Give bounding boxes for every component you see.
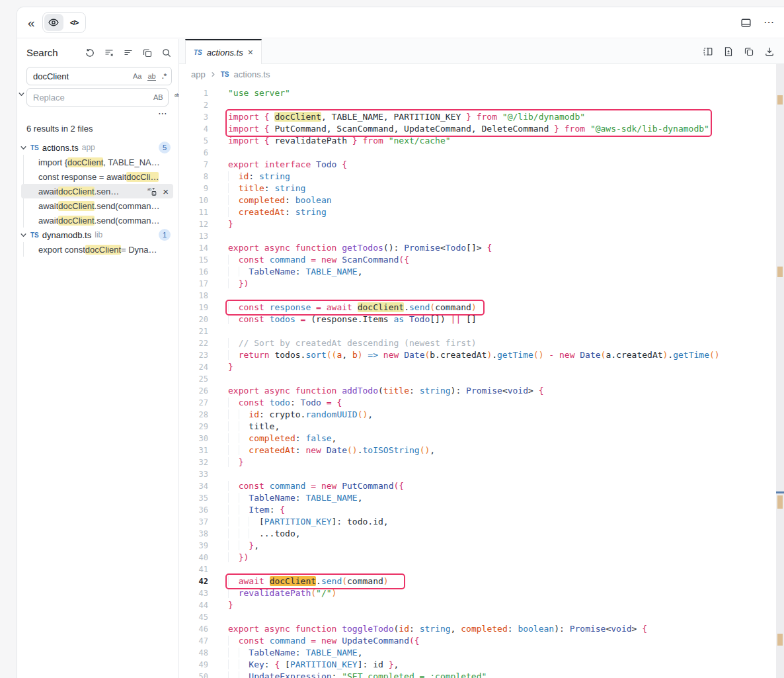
clear-results-icon[interactable] bbox=[104, 48, 114, 58]
toggle-replace-chevron-icon[interactable] bbox=[18, 91, 25, 98]
breadcrumb-dir[interactable]: app bbox=[191, 69, 206, 79]
search-match-row[interactable]: import { docClient, TABLE_NA… bbox=[24, 155, 172, 169]
code-line[interactable]: 42 await docClient.send(command) bbox=[179, 575, 776, 587]
code-line[interactable]: 12} bbox=[179, 218, 776, 230]
tab-close-icon[interactable]: × bbox=[248, 48, 253, 57]
search-input[interactable] bbox=[33, 71, 129, 81]
line-content: const command = new PutCommand({ bbox=[228, 480, 404, 492]
code-line[interactable]: 24} bbox=[179, 361, 776, 373]
search-match-row[interactable]: await docClient.sen…abc× bbox=[21, 184, 173, 198]
code-line[interactable]: 9 title: string bbox=[179, 183, 776, 194]
match-case-icon[interactable]: Aa bbox=[133, 72, 141, 80]
code-line[interactable]: 7export interface Todo { bbox=[179, 159, 776, 171]
code-line[interactable]: 41 bbox=[179, 564, 776, 575]
code-line[interactable]: 29 title, bbox=[179, 421, 776, 433]
code-line[interactable]: 38 ...todo, bbox=[179, 528, 776, 540]
search-match-row[interactable]: await docClient.send(comman… bbox=[24, 198, 172, 213]
code-line[interactable]: 32 } bbox=[179, 456, 776, 468]
code-line[interactable]: 26export async function addTodo(title: s… bbox=[179, 385, 776, 397]
code-editor[interactable]: 1"use server"23import { docClient, TABLE… bbox=[179, 84, 776, 678]
open-in-editor-icon[interactable] bbox=[142, 48, 153, 58]
code-line[interactable]: 13 bbox=[179, 230, 776, 242]
code-line[interactable]: 25 bbox=[179, 373, 776, 385]
code-line[interactable]: 40 }) bbox=[179, 552, 776, 564]
file-diff-icon[interactable] bbox=[723, 46, 734, 57]
code-line[interactable]: 21 bbox=[179, 325, 776, 337]
code-line[interactable]: 27 const todo: Todo = { bbox=[179, 397, 776, 409]
code-line[interactable]: 20 const todos = (response.Items as Todo… bbox=[179, 314, 776, 325]
code-line[interactable]: 3import { docClient, TABLE_NAME, PARTITI… bbox=[179, 111, 776, 123]
code-line[interactable]: 8 id: string bbox=[179, 171, 776, 183]
code-line[interactable]: 35 TableName: TABLE_NAME, bbox=[179, 492, 776, 504]
code-line[interactable]: 6 bbox=[179, 147, 776, 159]
preview-toggle-button[interactable] bbox=[44, 14, 63, 31]
preserve-case-icon[interactable]: AB bbox=[153, 93, 163, 101]
code-line[interactable]: 19 const response = await docClient.send… bbox=[179, 302, 776, 314]
search-file-row[interactable]: TSactions.tsapp5 bbox=[20, 140, 172, 155]
code-line[interactable]: 37 [PARTITION_KEY]: todo.id, bbox=[179, 516, 776, 528]
code-line[interactable]: 45 bbox=[179, 611, 776, 623]
copy-icon[interactable] bbox=[744, 46, 754, 57]
line-number: 25 bbox=[179, 373, 208, 385]
code-line[interactable]: 1"use server" bbox=[179, 87, 776, 99]
code-line[interactable]: 31 createdAt: new Date().toISOString(), bbox=[179, 445, 776, 456]
scrollbar-overview-ruler[interactable] bbox=[776, 64, 784, 678]
search-file-row[interactable]: TSdynamodb.tslib1 bbox=[20, 228, 172, 242]
code-line[interactable]: 30 completed: false, bbox=[179, 433, 776, 445]
code-line[interactable]: 49 Key: { [PARTITION_KEY]: id }, bbox=[179, 659, 776, 671]
refresh-icon[interactable] bbox=[85, 48, 95, 58]
download-icon[interactable] bbox=[764, 46, 775, 57]
code-line[interactable]: 2 bbox=[179, 99, 776, 111]
regex-icon[interactable]: .* bbox=[162, 72, 167, 80]
collapse-panel-icon[interactable]: « bbox=[26, 15, 36, 30]
code-toggle-button[interactable]: </> bbox=[65, 14, 84, 31]
code-line[interactable]: 47 const command = new UpdateCommand({ bbox=[179, 635, 776, 647]
search-match-row[interactable]: await docClient.send(comman… bbox=[24, 213, 172, 228]
replace-match-icon[interactable]: abc bbox=[147, 187, 157, 196]
code-line[interactable]: 34 const command = new PutCommand({ bbox=[179, 480, 776, 492]
code-line[interactable]: 28 id: crypto.randomUUID(), bbox=[179, 409, 776, 421]
code-line[interactable]: 43 revalidatePath("/") bbox=[179, 587, 776, 599]
code-line[interactable]: 50 UpdateExpression: "SET completed = :c… bbox=[179, 671, 776, 678]
replace-input[interactable] bbox=[33, 93, 149, 103]
search-sidebar: Search bbox=[17, 39, 179, 678]
split-editor-icon[interactable] bbox=[703, 46, 713, 57]
code-line[interactable]: 36 Item: { bbox=[179, 504, 776, 516]
search-match-row[interactable]: export const docClient = Dyna… bbox=[24, 242, 172, 257]
code-line[interactable]: 11 createdAt: string bbox=[179, 206, 776, 218]
chevron-down-icon[interactable] bbox=[20, 144, 27, 151]
code-line[interactable]: 18 bbox=[179, 290, 776, 302]
code-line[interactable]: 23 return todos.sort((a, b) => new Date(… bbox=[179, 349, 776, 361]
whole-word-icon[interactable]: ab bbox=[147, 72, 155, 81]
code-line[interactable]: 15 const command = new ScanCommand({ bbox=[179, 254, 776, 266]
typescript-file-icon: TS bbox=[194, 49, 202, 56]
line-content: const todo: Todo = { bbox=[228, 397, 342, 409]
code-line[interactable]: 33 bbox=[179, 468, 776, 480]
code-line[interactable]: 44} bbox=[179, 599, 776, 611]
code-line[interactable]: 48 TableName: TABLE_NAME, bbox=[179, 647, 776, 659]
code-line[interactable]: 39 }, bbox=[179, 540, 776, 552]
tab-actions-ts[interactable]: TS actions.ts × bbox=[185, 39, 262, 64]
dismiss-match-icon[interactable]: × bbox=[163, 186, 169, 197]
line-number: 30 bbox=[179, 433, 208, 445]
line-content: export async function addTodo(title: str… bbox=[228, 385, 544, 397]
breadcrumb-file[interactable]: actions.ts bbox=[233, 69, 270, 79]
header-actions: ⋯ bbox=[740, 17, 775, 28]
code-line[interactable]: 5import { revalidatePath } from "next/ca… bbox=[179, 135, 776, 147]
code-line[interactable]: 4import { PutCommand, ScanCommand, Updat… bbox=[179, 123, 776, 135]
match-text: export const bbox=[38, 245, 85, 255]
search-icon[interactable] bbox=[161, 48, 172, 58]
code-line[interactable]: 10 completed: boolean bbox=[179, 194, 776, 206]
collapse-all-icon[interactable] bbox=[123, 48, 134, 58]
code-line[interactable]: 14export async function getTodos(): Prom… bbox=[179, 242, 776, 254]
code-line[interactable]: 16 TableName: TABLE_NAME, bbox=[179, 266, 776, 278]
typescript-file-icon: TS bbox=[30, 232, 39, 239]
code-line[interactable]: 46export async function toggleTodo(id: s… bbox=[179, 623, 776, 635]
search-details-toggle-icon[interactable]: ⋯ bbox=[26, 108, 172, 118]
code-line[interactable]: 17 }) bbox=[179, 278, 776, 290]
search-match-row[interactable]: const response = await docCli… bbox=[24, 169, 172, 184]
chevron-down-icon[interactable] bbox=[20, 232, 27, 239]
more-menu-icon[interactable]: ⋯ bbox=[764, 17, 775, 28]
panel-layout-icon[interactable] bbox=[740, 17, 752, 28]
code-line[interactable]: 22 // Sort by createdAt descending (newe… bbox=[179, 337, 776, 349]
